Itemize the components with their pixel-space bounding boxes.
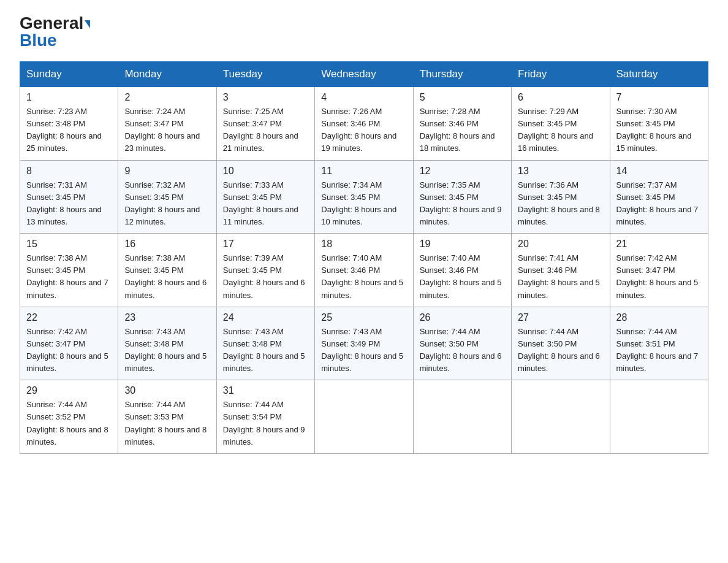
day-info: Sunrise: 7:34 AMSunset: 3:45 PMDaylight:… <box>321 179 406 229</box>
header-day-saturday: Saturday <box>610 62 708 87</box>
calendar-cell: 15Sunrise: 7:38 AMSunset: 3:45 PMDayligh… <box>20 234 118 307</box>
day-number: 27 <box>518 312 603 323</box>
header-day-tuesday: Tuesday <box>216 62 314 87</box>
day-number: 21 <box>616 239 702 250</box>
calendar-cell: 1Sunrise: 7:23 AMSunset: 3:48 PMDaylight… <box>20 87 118 161</box>
day-info: Sunrise: 7:41 AMSunset: 3:46 PMDaylight:… <box>518 252 603 302</box>
day-info: Sunrise: 7:28 AMSunset: 3:46 PMDaylight:… <box>420 105 505 155</box>
day-number: 7 <box>616 92 702 103</box>
calendar-week-row: 8Sunrise: 7:31 AMSunset: 3:45 PMDaylight… <box>20 160 708 234</box>
calendar-header-row: SundayMondayTuesdayWednesdayThursdayFrid… <box>20 62 708 87</box>
calendar-cell: 26Sunrise: 7:44 AMSunset: 3:50 PMDayligh… <box>413 307 511 380</box>
day-info: Sunrise: 7:35 AMSunset: 3:45 PMDaylight:… <box>420 179 505 229</box>
day-info: Sunrise: 7:38 AMSunset: 3:45 PMDaylight:… <box>124 252 210 302</box>
day-info: Sunrise: 7:43 AMSunset: 3:49 PMDaylight:… <box>321 326 406 375</box>
day-info: Sunrise: 7:38 AMSunset: 3:45 PMDaylight:… <box>26 252 112 302</box>
calendar-cell: 11Sunrise: 7:34 AMSunset: 3:45 PMDayligh… <box>315 160 413 234</box>
header-day-friday: Friday <box>512 62 610 87</box>
day-info: Sunrise: 7:40 AMSunset: 3:46 PMDaylight:… <box>420 252 505 302</box>
day-info: Sunrise: 7:29 AMSunset: 3:45 PMDaylight:… <box>518 105 603 155</box>
calendar-week-row: 22Sunrise: 7:42 AMSunset: 3:47 PMDayligh… <box>20 307 708 380</box>
logo: General Blue <box>20 15 90 50</box>
day-number: 13 <box>518 166 603 177</box>
day-number: 9 <box>124 166 210 177</box>
day-info: Sunrise: 7:44 AMSunset: 3:54 PMDaylight:… <box>223 399 308 448</box>
calendar-cell: 10Sunrise: 7:33 AMSunset: 3:45 PMDayligh… <box>216 160 314 234</box>
day-info: Sunrise: 7:39 AMSunset: 3:45 PMDaylight:… <box>223 252 308 302</box>
day-number: 24 <box>223 312 308 323</box>
day-number: 6 <box>518 92 603 103</box>
day-number: 5 <box>420 92 505 103</box>
day-info: Sunrise: 7:44 AMSunset: 3:53 PMDaylight:… <box>124 399 210 448</box>
calendar-cell: 14Sunrise: 7:37 AMSunset: 3:45 PMDayligh… <box>610 160 708 234</box>
day-info: Sunrise: 7:42 AMSunset: 3:47 PMDaylight:… <box>26 326 112 375</box>
calendar-cell: 21Sunrise: 7:42 AMSunset: 3:47 PMDayligh… <box>610 234 708 307</box>
calendar-cell <box>315 380 413 454</box>
day-info: Sunrise: 7:33 AMSunset: 3:45 PMDaylight:… <box>223 179 308 229</box>
day-number: 25 <box>321 312 406 323</box>
day-info: Sunrise: 7:43 AMSunset: 3:48 PMDaylight:… <box>223 326 308 375</box>
day-number: 3 <box>223 92 308 103</box>
calendar-cell: 29Sunrise: 7:44 AMSunset: 3:52 PMDayligh… <box>20 380 118 454</box>
day-number: 26 <box>420 312 505 323</box>
calendar-cell: 25Sunrise: 7:43 AMSunset: 3:49 PMDayligh… <box>315 307 413 380</box>
day-number: 11 <box>321 166 406 177</box>
header-day-wednesday: Wednesday <box>315 62 413 87</box>
day-number: 10 <box>223 166 308 177</box>
day-number: 12 <box>420 166 505 177</box>
day-info: Sunrise: 7:44 AMSunset: 3:52 PMDaylight:… <box>26 399 112 448</box>
calendar-cell <box>413 380 511 454</box>
day-info: Sunrise: 7:31 AMSunset: 3:45 PMDaylight:… <box>26 179 112 229</box>
day-info: Sunrise: 7:40 AMSunset: 3:46 PMDaylight:… <box>321 252 406 302</box>
logo-blue: Blue <box>20 31 57 50</box>
calendar-table: SundayMondayTuesdayWednesdayThursdayFrid… <box>20 61 708 454</box>
day-number: 31 <box>223 385 308 396</box>
calendar-cell: 8Sunrise: 7:31 AMSunset: 3:45 PMDaylight… <box>20 160 118 234</box>
calendar-cell: 3Sunrise: 7:25 AMSunset: 3:47 PMDaylight… <box>216 87 314 161</box>
calendar-cell: 12Sunrise: 7:35 AMSunset: 3:45 PMDayligh… <box>413 160 511 234</box>
day-info: Sunrise: 7:44 AMSunset: 3:50 PMDaylight:… <box>420 326 505 375</box>
day-info: Sunrise: 7:32 AMSunset: 3:45 PMDaylight:… <box>124 179 210 229</box>
header-day-thursday: Thursday <box>413 62 511 87</box>
day-number: 8 <box>26 166 112 177</box>
day-number: 23 <box>124 312 210 323</box>
day-number: 20 <box>518 239 603 250</box>
calendar-cell: 5Sunrise: 7:28 AMSunset: 3:46 PMDaylight… <box>413 87 511 161</box>
calendar-cell: 17Sunrise: 7:39 AMSunset: 3:45 PMDayligh… <box>216 234 314 307</box>
calendar-cell: 2Sunrise: 7:24 AMSunset: 3:47 PMDaylight… <box>118 87 216 161</box>
calendar-cell: 23Sunrise: 7:43 AMSunset: 3:48 PMDayligh… <box>118 307 216 380</box>
day-number: 4 <box>321 92 406 103</box>
calendar-cell: 7Sunrise: 7:30 AMSunset: 3:45 PMDaylight… <box>610 87 708 161</box>
calendar-cell: 30Sunrise: 7:44 AMSunset: 3:53 PMDayligh… <box>118 380 216 454</box>
calendar-cell <box>512 380 610 454</box>
calendar-cell: 24Sunrise: 7:43 AMSunset: 3:48 PMDayligh… <box>216 307 314 380</box>
day-number: 29 <box>26 385 112 396</box>
calendar-cell: 27Sunrise: 7:44 AMSunset: 3:50 PMDayligh… <box>512 307 610 380</box>
day-info: Sunrise: 7:26 AMSunset: 3:46 PMDaylight:… <box>321 105 406 155</box>
calendar-week-row: 1Sunrise: 7:23 AMSunset: 3:48 PMDaylight… <box>20 87 708 161</box>
day-number: 2 <box>124 92 210 103</box>
day-number: 28 <box>616 312 702 323</box>
page-header: General Blue <box>20 15 708 50</box>
calendar-week-row: 15Sunrise: 7:38 AMSunset: 3:45 PMDayligh… <box>20 234 708 307</box>
calendar-cell: 9Sunrise: 7:32 AMSunset: 3:45 PMDaylight… <box>118 160 216 234</box>
calendar-cell: 19Sunrise: 7:40 AMSunset: 3:46 PMDayligh… <box>413 234 511 307</box>
day-number: 18 <box>321 239 406 250</box>
calendar-cell: 16Sunrise: 7:38 AMSunset: 3:45 PMDayligh… <box>118 234 216 307</box>
day-info: Sunrise: 7:44 AMSunset: 3:50 PMDaylight:… <box>518 326 603 375</box>
calendar-cell: 20Sunrise: 7:41 AMSunset: 3:46 PMDayligh… <box>512 234 610 307</box>
logo-general: General <box>20 15 90 32</box>
day-number: 19 <box>420 239 505 250</box>
calendar-cell: 28Sunrise: 7:44 AMSunset: 3:51 PMDayligh… <box>610 307 708 380</box>
calendar-week-row: 29Sunrise: 7:44 AMSunset: 3:52 PMDayligh… <box>20 380 708 454</box>
calendar-cell: 31Sunrise: 7:44 AMSunset: 3:54 PMDayligh… <box>216 380 314 454</box>
calendar-cell <box>610 380 708 454</box>
day-info: Sunrise: 7:24 AMSunset: 3:47 PMDaylight:… <box>124 105 210 155</box>
header-day-monday: Monday <box>118 62 216 87</box>
day-info: Sunrise: 7:25 AMSunset: 3:47 PMDaylight:… <box>223 105 308 155</box>
day-number: 15 <box>26 239 112 250</box>
day-number: 16 <box>124 239 210 250</box>
day-number: 17 <box>223 239 308 250</box>
calendar-cell: 22Sunrise: 7:42 AMSunset: 3:47 PMDayligh… <box>20 307 118 380</box>
day-info: Sunrise: 7:43 AMSunset: 3:48 PMDaylight:… <box>124 326 210 375</box>
